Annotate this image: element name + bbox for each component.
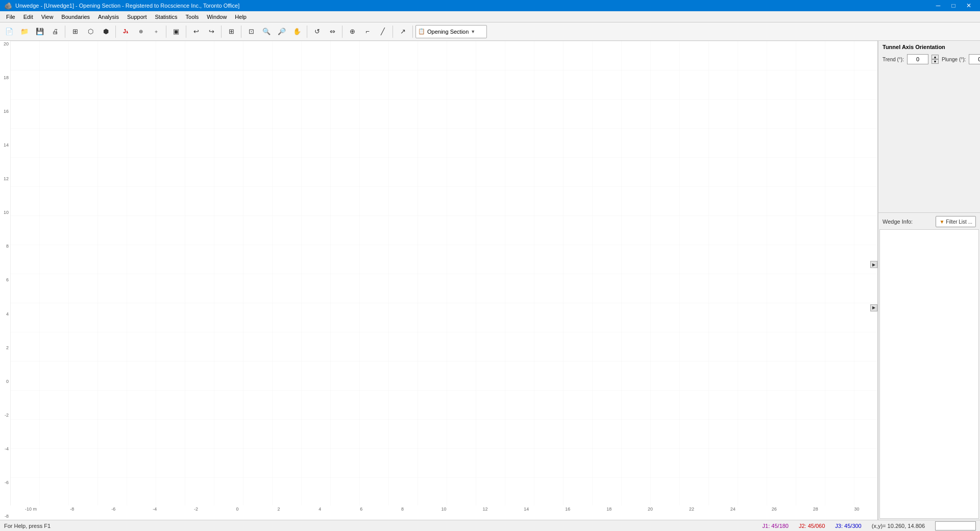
save-button[interactable]: 💾 [33,25,47,39]
addplane-button[interactable]: ＋ [149,25,163,39]
x-label: 8 [382,506,423,512]
table-button[interactable]: ⊞ [68,25,82,39]
redo-button[interactable]: ↪ [204,25,218,39]
open-button[interactable]: 📁 [17,25,32,39]
status-bar: For Help, press F1 J1: 45/180 J2: 45/060… [0,520,980,531]
x-label: 20 [630,506,671,512]
section-button[interactable]: ▣ [169,25,183,39]
x-label: 2 [258,506,299,512]
x-label: -4 [134,506,176,512]
grid-svg [10,41,877,505]
trend-input[interactable] [907,54,928,64]
y-label: 12 [0,177,10,181]
x-label: -10 m [10,506,52,512]
separator-6 [241,26,241,38]
section-icon: 📋 [418,28,425,35]
x-label: 28 [795,506,836,512]
menu-item-boundaries[interactable]: Boundaries [57,13,94,21]
undo-button[interactable]: ↩ [189,25,203,39]
print-button[interactable]: 🖨 [48,25,62,39]
menu-item-file[interactable]: File [2,13,19,21]
trend-up-button[interactable]: ▲ [932,55,939,59]
restore-button[interactable]: □ [946,1,961,11]
y-label: -6 [0,480,10,485]
separator-2 [115,26,116,38]
mirror-button[interactable]: ⇔ [325,25,339,39]
section-dropdown-text: Opening Section [427,29,469,35]
separator-8 [342,26,342,38]
x-label: -2 [176,506,217,512]
menu-item-window[interactable]: Window [203,13,231,21]
menu-item-view[interactable]: View [37,13,58,21]
x-label: 18 [589,506,630,512]
trend-spinners: ▲ ▼ [932,55,939,64]
separator-1 [65,26,65,38]
x-label: 30 [836,506,877,512]
menu-item-analysis[interactable]: Analysis [94,13,123,21]
y-label: 14 [0,143,10,148]
grid-button[interactable]: ⊞ [224,25,238,39]
y-label: 0 [0,379,10,384]
x-label: -8 [52,506,93,512]
status-j1: J1: 45/180 [763,523,789,529]
x-axis: -10 m-8-6-4-2024681012141618202224262830 [10,505,877,520]
title-bar: 🪨 Unwedge - [Unwedge1] - Opening Section… [0,0,980,11]
title-bar-controls: ─ □ ✕ [931,1,976,11]
snap-button[interactable]: ⊕ [345,25,359,39]
x-label: 24 [712,506,753,512]
status-j2: J2: 45/060 [799,523,825,529]
app-icon: 🪨 [4,2,12,10]
y-axis: 20181614121086420-2-4-6-8 [0,41,10,520]
scroll-arrow-mid2[interactable]: ▶ [870,304,877,311]
x-label: 4 [299,506,340,512]
zoomin-button[interactable]: 🔍 [259,25,274,39]
edge-button[interactable]: ⌐ [360,25,375,39]
x-label: 16 [547,506,589,512]
menu-item-support[interactable]: Support [123,13,151,21]
scroll-arrow-mid1[interactable]: ▶ [870,261,877,268]
menu-item-statistics[interactable]: Statistics [151,13,182,21]
status-help: For Help, press F1 [4,523,752,529]
joint2-button[interactable]: ⊕ [134,25,148,39]
select2-button[interactable]: ⬢ [99,25,113,39]
title-bar-left: 🪨 Unwedge - [Unwedge1] - Opening Section… [4,2,239,10]
wedge-list-area[interactable] [879,229,979,519]
plunge-label: Plunge (°): [942,57,966,62]
toolbar: 📄 📁 💾 🖨 ⊞ ⬡ ⬢ J₁ ⊕ ＋ ▣ ↩ ↪ ⊞ ⊡ 🔍 🔎 ✋ ↺ ⇔… [0,22,980,41]
minimize-button[interactable]: ─ [931,1,945,11]
trend-down-button[interactable]: ▼ [932,59,939,64]
canvas-area[interactable]: 20181614121086420-2-4-6-8 -10 m-8-6-4-20… [0,41,878,520]
trend-label: Trend (°): [883,57,904,62]
new-button[interactable]: 📄 [2,25,16,39]
menu-item-tools[interactable]: Tools [182,13,203,21]
section-dropdown[interactable]: 📋 Opening Section ▼ [415,25,487,38]
y-label: -8 [0,514,10,519]
arrow-button[interactable]: ↗ [396,25,410,39]
filter-icon: ▼ [939,219,944,225]
x-label: 6 [340,506,382,512]
separator-4 [186,26,186,38]
right-panel-empty-area [878,68,980,212]
fit-button[interactable]: ⊡ [244,25,258,39]
status-input[interactable] [935,521,976,530]
rotate-button[interactable]: ↺ [310,25,324,39]
filter-list-button[interactable]: ▼ Filter List ... [936,216,976,227]
plunge-input[interactable] [969,54,980,64]
separator-7 [307,26,307,38]
y-label: 2 [0,346,10,350]
y-label: 18 [0,76,10,80]
menu-item-help[interactable]: Help [231,13,251,21]
plot-area[interactable] [10,41,877,505]
zoomout-button[interactable]: 🔎 [275,25,289,39]
x-label: 22 [671,506,713,512]
y-label: 6 [0,278,10,282]
line-button[interactable]: ╱ [376,25,390,39]
wedge-info-header: Wedge Info: ▼ Filter List ... [878,212,980,229]
menu-item-edit[interactable]: Edit [19,13,37,21]
close-button[interactable]: ✕ [962,1,976,11]
separator-5 [221,26,222,38]
y-label: 8 [0,244,10,249]
joint1-button[interactable]: J₁ [118,25,133,39]
pan-button[interactable]: ✋ [290,25,304,39]
select-button[interactable]: ⬡ [83,25,97,39]
